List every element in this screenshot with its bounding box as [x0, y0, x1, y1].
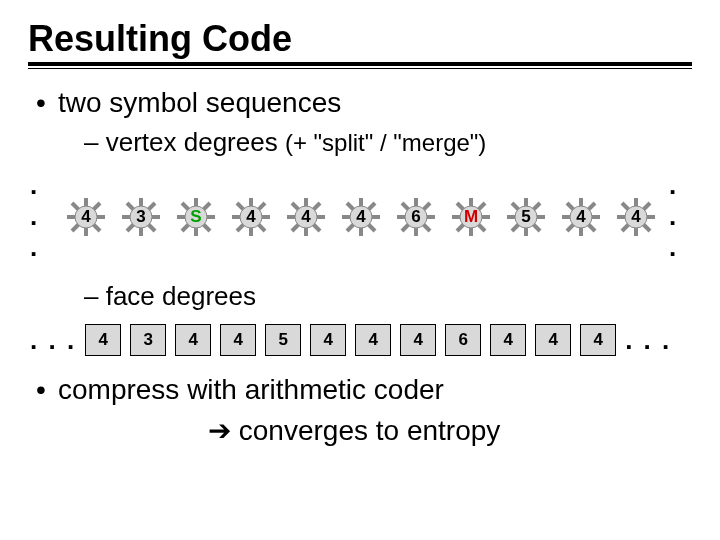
face-sequence: . . . 434454446444. . . [28, 324, 692, 356]
degree-star: 4 [339, 195, 383, 239]
degree-star: 5 [504, 195, 548, 239]
ellipsis-icon: . . . [30, 170, 53, 263]
ellipsis-icon: . . . [30, 325, 76, 356]
slide-title: Resulting Code [28, 18, 692, 60]
ellipsis-icon: . . . [625, 325, 671, 356]
sub-vertex-text: vertex degrees [106, 127, 285, 157]
degree-star: 3 [119, 195, 163, 239]
sub-vertex-paren: (+ "split" / "merge") [285, 129, 486, 156]
bullet-sequences-text: two symbol sequences [58, 87, 341, 118]
arrow-icon: ➔ [208, 415, 231, 446]
degree-box: 4 [310, 324, 346, 356]
sub-face-text: face degrees [106, 281, 256, 311]
degree-box: 4 [490, 324, 526, 356]
ellipsis-icon: . . . [669, 170, 692, 263]
bullet-compress-text: compress with arithmetic coder [58, 374, 444, 405]
degree-box: 4 [175, 324, 211, 356]
degree-box: 6 [445, 324, 481, 356]
degree-box: 5 [265, 324, 301, 356]
degree-box: 4 [220, 324, 256, 356]
degree-star: 4 [559, 195, 603, 239]
conclusion-line: ➔ converges to entropy [208, 414, 692, 447]
conclusion-text: converges to entropy [239, 415, 501, 446]
degree-star: 4 [614, 195, 658, 239]
degree-box: 4 [400, 324, 436, 356]
degree-star: S [174, 195, 218, 239]
degree-box: 4 [85, 324, 121, 356]
sub-vertex-degrees: – vertex degrees (+ "split" / "merge") [84, 127, 692, 158]
degree-box: 4 [580, 324, 616, 356]
degree-box: 3 [130, 324, 166, 356]
degree-star: 4 [64, 195, 108, 239]
degree-star: M [449, 195, 493, 239]
divider-thin [28, 68, 692, 69]
bullet-sequences: •two symbol sequences [36, 87, 692, 119]
degree-star: 6 [394, 195, 438, 239]
divider-thick [28, 62, 692, 66]
degree-box: 4 [535, 324, 571, 356]
degree-star: 4 [284, 195, 328, 239]
sub-face-degrees: – face degrees [84, 281, 692, 312]
degree-box: 4 [355, 324, 391, 356]
bullet-compress: •compress with arithmetic coder [36, 374, 692, 406]
degree-star: 4 [229, 195, 273, 239]
vertex-sequence: . . . 43S4446M544. . . [28, 170, 692, 263]
